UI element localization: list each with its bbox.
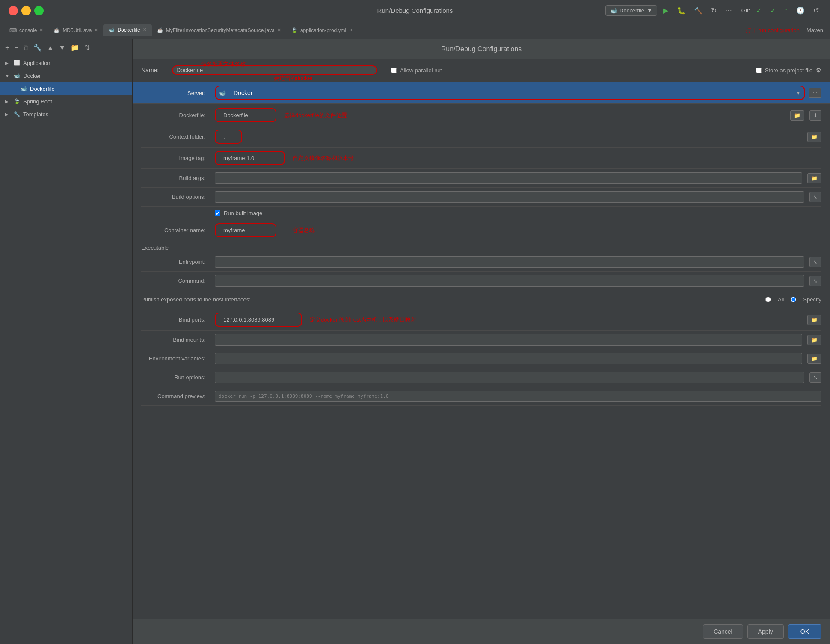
run-options-input[interactable] [215, 372, 804, 383]
window-controls[interactable] [9, 6, 44, 15]
spring-expand-icon: ▶ [5, 99, 10, 104]
image-tag-input[interactable] [220, 153, 280, 163]
bind-mounts-browse-button[interactable]: 📁 [807, 335, 821, 345]
run-options-expand-button[interactable]: ⤡ [809, 372, 821, 383]
docker-server-icon: 🐋 [219, 90, 226, 96]
settings-button[interactable]: 🔧 [32, 43, 44, 53]
sidebar-item-dockerfile[interactable]: 🐋 Dockerfile [0, 82, 132, 95]
bind-ports-input[interactable] [220, 314, 297, 325]
folder-button[interactable]: 📁 [69, 43, 81, 53]
more-button[interactable]: ⋯ [723, 5, 735, 16]
bind-mounts-input[interactable] [215, 334, 802, 346]
context-folder-input[interactable] [220, 131, 237, 142]
run-config-label: Dockerfile [620, 7, 644, 14]
command-input[interactable] [215, 275, 804, 287]
git-history-button[interactable]: 🕐 [794, 5, 807, 16]
build-args-row: Build args: 📁 [141, 169, 821, 188]
ok-button[interactable]: OK [788, 624, 821, 639]
command-preview-input[interactable] [215, 391, 821, 402]
sidebar-item-docker[interactable]: ▼ 🐋 Docker [0, 69, 132, 82]
add-button[interactable]: + [3, 43, 11, 53]
spring-icon: 🍃 [13, 97, 21, 105]
command-preview-content [215, 391, 821, 402]
templates-label: Templates [23, 111, 48, 118]
dockerfile-label: Dockerfile: [141, 112, 210, 118]
build-args-input[interactable] [215, 172, 802, 184]
tab-application-prod-close[interactable]: ✕ [349, 27, 353, 33]
maximize-button[interactable] [34, 6, 44, 15]
main-layout: + − ⧉ 🔧 ▲ ▼ 📁 ⇅ ▶ ⬜ Application ▼ 🐋 Dock… [0, 39, 830, 644]
up-button[interactable]: ▲ [45, 43, 56, 53]
dockerfile-label: Dockerfile [30, 86, 55, 92]
remove-button[interactable]: − [12, 43, 20, 53]
tab-myfilter[interactable]: ☕ MyFilterInvocationSecurityMetadataSour… [152, 25, 286, 36]
dockerfile-input[interactable] [220, 110, 271, 121]
git-revert-button[interactable]: ↺ [811, 5, 821, 16]
tab-dockerfile[interactable]: 🐋 Dockerfile ✕ [103, 24, 151, 36]
cancel-button[interactable]: Cancel [703, 624, 743, 639]
tab-md5util-close[interactable]: ✕ [94, 27, 98, 33]
server-content: 🐋 Docker ▼ ⋯ [215, 86, 821, 100]
sidebar-item-application[interactable]: ▶ ⬜ Application [0, 56, 132, 69]
server-settings-button[interactable]: ⋯ [809, 88, 821, 98]
run-built-image-row: Run built image [141, 207, 821, 220]
apply-button[interactable]: Apply [747, 624, 784, 639]
build-options-expand-button[interactable]: ⤡ [809, 192, 821, 202]
java-icon: ☕ [53, 27, 60, 33]
sidebar-item-spring-boot[interactable]: ▶ 🍃 Spring Boot [0, 95, 132, 108]
sidebar-item-templates[interactable]: ▶ 🔧 Templates [0, 108, 132, 121]
title-bar: Run/Debug Configurations 🐋 Dockerfile ▼ … [0, 0, 830, 21]
build-args-browse-button[interactable]: 📁 [807, 173, 821, 183]
sort-button[interactable]: ⇅ [83, 43, 92, 53]
tabs-bar: ⌨ console ✕ ☕ MD5Util.java ✕ 🐋 Dockerfil… [0, 21, 830, 39]
dialog-title: Run/Debug Configurations [133, 39, 830, 59]
dockerfile-row: Dockerfile: 选择dockerfile的文件位置 📁 ⬇ [141, 105, 821, 126]
command-expand-button[interactable]: ⤡ [809, 276, 821, 286]
tab-console[interactable]: ⌨ console ✕ [4, 25, 48, 36]
tab-myfilter-close[interactable]: ✕ [277, 27, 281, 33]
entrypoint-expand-button[interactable]: ⤡ [809, 257, 821, 267]
env-vars-browse-button[interactable]: 📁 [807, 354, 821, 364]
server-select[interactable]: Docker [230, 87, 794, 98]
tab-console-close[interactable]: ✕ [39, 27, 43, 33]
toolbar-annotation: 打开 run configuration [746, 27, 806, 34]
debug-button[interactable]: 🐛 [674, 5, 688, 16]
dockerfile-expand-button[interactable]: ⬇ [809, 110, 821, 121]
git-check-button[interactable]: ✓ [753, 5, 764, 16]
close-button[interactable] [9, 6, 18, 15]
store-project-checkbox[interactable] [756, 68, 762, 73]
radio-specify[interactable] [791, 297, 796, 302]
allow-parallel-checkbox[interactable] [391, 68, 397, 73]
build-options-input[interactable] [215, 191, 804, 203]
tab-application-prod[interactable]: 🍃 application-prod.yml ✕ [286, 25, 358, 36]
bind-ports-annotation: 定义docker 映射host为本机，以及端口映射 [310, 316, 416, 324]
run-config-selector[interactable]: 🐋 Dockerfile ▼ [605, 5, 657, 16]
bind-ports-browse-button[interactable]: 📁 [807, 315, 821, 325]
dockerfile-content: 选择dockerfile的文件位置 [215, 108, 785, 122]
gear-icon[interactable]: ⚙ [816, 67, 821, 74]
tab-md5util[interactable]: ☕ MD5Util.java ✕ [48, 25, 103, 36]
bind-ports-label: Bind ports: [141, 316, 210, 323]
refresh-button[interactable]: ↻ [708, 5, 719, 16]
container-name-input[interactable] [220, 225, 271, 236]
entrypoint-input[interactable] [215, 256, 804, 268]
run-options-label: Run options: [141, 374, 210, 381]
tab-dockerfile-close[interactable]: ✕ [143, 27, 147, 32]
down-button[interactable]: ▼ [57, 43, 68, 53]
dockerfile-browse-button[interactable]: 📁 [790, 110, 804, 121]
context-folder-label: Context folder: [141, 133, 210, 140]
build-button[interactable]: 🔨 [691, 5, 705, 16]
run-built-image-checkbox[interactable] [215, 210, 220, 216]
minimize-button[interactable] [21, 6, 31, 15]
image-tag-annotation: 自定义镜像名称和版本号 [293, 154, 354, 162]
copy-button[interactable]: ⧉ [22, 43, 30, 53]
docker-icon: 🐋 [13, 72, 21, 80]
context-folder-content [215, 130, 802, 144]
radio-all[interactable] [765, 297, 771, 302]
docker-icon: 🐋 [610, 7, 617, 14]
run-button[interactable]: ▶ [661, 5, 671, 16]
git-push-button[interactable]: ↑ [782, 5, 790, 16]
context-browse-button[interactable]: 📁 [807, 132, 821, 142]
git-check2-button[interactable]: ✓ [768, 5, 778, 16]
env-vars-input[interactable] [215, 353, 802, 364]
